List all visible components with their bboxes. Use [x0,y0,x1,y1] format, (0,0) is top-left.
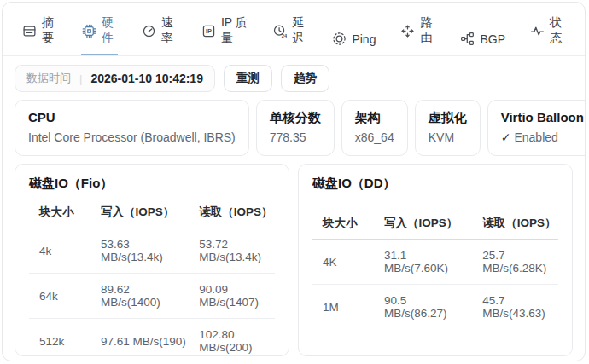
cpu-icon [82,24,96,38]
tab-summary[interactable]: 摘要 [21,3,58,55]
fio-table: 块大小 写入（IOPS） 读取（IOPS） 4k 53.63 MB/s(13.4… [29,192,275,361]
table-row: 1M 90.5 MB/s(86.27) 45.7 MB/s(43.63) [312,285,558,330]
dd-title: 磁盘IO（DD） [312,176,558,192]
cpu-card: CPU Intel Core Processor (Broadwell, IBR… [15,100,249,156]
tab-label: 延迟 [292,15,307,46]
disk-io-fio-card: 磁盘IO（Fio） 块大小 写入（IOPS） 读取（IOPS） 4k [15,164,289,356]
tab-route[interactable]: 路由 [399,3,436,55]
toolbar: 数据时间 | 2026-01-10 10:42:19 重测 趋势 [3,56,585,92]
card-title: Virtio Balloon [501,109,584,126]
block-size: 1M [312,285,374,330]
card-title: 架构 [355,109,394,126]
col-block-size: 块大小 [29,197,90,228]
card-value: Intel Core Processor (Broadwell, IBRS) [28,129,236,146]
col-read-iops: 读取（IOPS） [472,208,558,240]
write-speed: 97.61 MB/s(190) [90,319,189,362]
table-header-row: 块大小 写入（IOPS） 读取（IOPS） [312,208,558,240]
block-size: 4K [312,240,374,285]
data-time-label: 数据时间 [26,71,71,86]
write-speed: 53.63 MB/s(13.4k) [90,228,189,274]
disk-io-dd-card: 磁盘IO（DD） 块大小 写入（IOPS） 读取（IOPS） 4K [298,164,573,356]
tab-latency[interactable]: 24 延迟 [271,3,308,55]
write-speed: 90.5 MB/s(86.27) [374,285,472,330]
card-value: 778.35 [270,129,321,146]
col-block-size: 块大小 [312,208,374,240]
svg-text:24: 24 [282,32,287,38]
tab-bar: 摘要 硬件 速率 IP IP 质量 [3,3,585,56]
card-value: KVM [429,129,467,146]
col-write-iops: 写入（IOPS） [90,197,189,228]
table-row: 512k 97.61 MB/s(190) 102.80 MB/s(200) [29,319,275,362]
block-size: 512k [29,319,90,362]
card-title: CPU [28,109,236,126]
col-read-iops: 读取（IOPS） [189,197,275,228]
tab-ping[interactable]: Ping [331,19,376,55]
virtualization-card: 虚拟化 KVM [415,100,481,156]
divider: | [79,72,82,85]
tab-label: 硬件 [102,15,117,46]
tab-hardware[interactable]: 硬件 [81,3,118,55]
card-value: x86_64 [355,129,394,146]
write-speed: 31.1 MB/s(7.60K) [374,240,472,285]
data-time-value: 2026-01-10 10:42:19 [90,72,203,85]
svg-text:IP: IP [206,27,212,35]
tab-label: 状态 [550,15,565,46]
radar-icon [332,32,347,46]
disk-io-row: 磁盘IO（Fio） 块大小 写入（IOPS） 读取（IOPS） 4k [3,156,585,361]
tab-speed[interactable]: 速率 [141,3,178,55]
data-time-pill: 数据时间 | 2026-01-10 10:42:19 [15,65,215,92]
route-arrows-icon [400,24,415,38]
read-speed: 53.72 MB/s(13.4k) [189,228,275,274]
read-speed: 102.80 MB/s(200) [189,319,275,362]
tab-label: 路由 [420,15,435,46]
clock-24-icon: 24 [272,24,287,38]
tab-label: IP 质量 [221,15,248,46]
benchmark-panel: 摘要 硬件 速率 IP IP 质量 [2,2,586,361]
col-write-iops: 写入（IOPS） [374,208,472,240]
virtio-balloon-card: Virtio Balloon ✓Enabled [487,100,586,156]
tab-bgp[interactable]: BGP [459,19,506,55]
dd-table: 块大小 写入（IOPS） 读取（IOPS） 4K 31.1 MB/s(7.60K… [312,192,558,345]
tab-label: BGP [480,32,505,46]
card-title: 虚拟化 [429,109,467,126]
tab-label: Ping [352,32,376,46]
info-cards-row: CPU Intel Core Processor (Broadwell, IBR… [3,92,585,156]
tab-label: 摘要 [42,15,57,46]
table-row: 64k 89.62 MB/s(1400) 90.09 MB/s(1407) [29,274,275,319]
check-icon: ✓ [501,130,511,144]
block-size: 4k [29,228,90,274]
retest-button[interactable]: 重测 [224,65,272,92]
block-size: 64k [29,274,90,319]
pulse-icon [530,24,545,38]
read-speed: 25.7 MB/s(6.28K) [472,240,558,285]
read-speed: 45.7 MB/s(43.63) [472,285,558,330]
card-value: ✓Enabled [501,129,584,146]
read-speed: 90.09 MB/s(1407) [189,274,275,319]
arch-card: 架构 x86_64 [341,100,408,156]
single-core-score-card: 单核分数 778.35 [256,100,335,156]
table-header-row: 块大小 写入（IOPS） 读取（IOPS） [29,197,275,228]
card-title: 单核分数 [270,109,321,126]
table-row: 4K 31.1 MB/s(7.60K) 25.7 MB/s(6.28K) [312,240,558,285]
trend-button[interactable]: 趋势 [281,65,329,92]
write-speed: 89.62 MB/s(1400) [90,274,189,319]
fio-title: 磁盘IO（Fio） [29,176,275,192]
network-nodes-icon [460,32,475,46]
ip-icon: IP [201,24,216,38]
balloon-status: Enabled [514,130,557,144]
tab-status[interactable]: 状态 [529,3,566,55]
tab-ip-quality[interactable]: IP IP 质量 [201,3,249,55]
summary-icon [22,24,37,38]
gauge-icon [142,24,156,38]
tab-label: 速率 [161,15,177,46]
table-row: 4k 53.63 MB/s(13.4k) 53.72 MB/s(13.4k) [29,228,275,274]
